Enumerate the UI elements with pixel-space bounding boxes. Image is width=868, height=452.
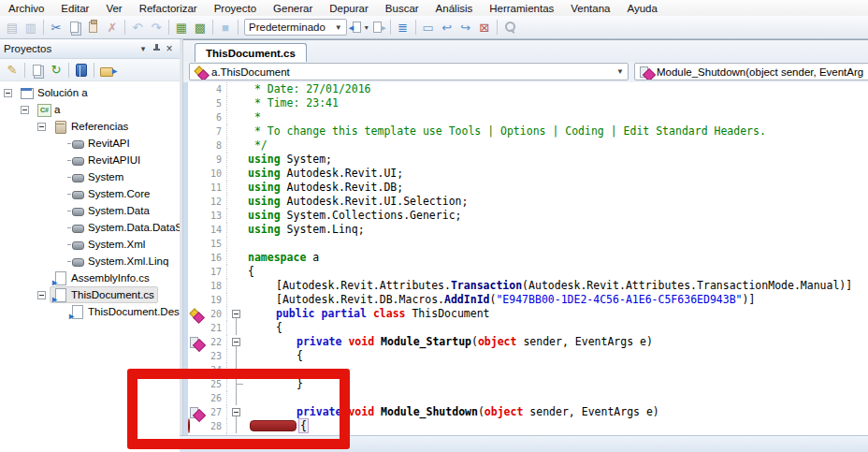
close-icon[interactable]: × [163, 42, 176, 55]
code-line-21[interactable]: 21{ [188, 321, 868, 335]
tree-item-system-xml[interactable]: System.Xml [0, 236, 180, 253]
redo-icon[interactable]: ↷ [147, 19, 166, 36]
nav-forward-icon[interactable] [369, 19, 387, 36]
refresh-icon[interactable]: ↻ [47, 61, 65, 79]
tree-item-solucion-a[interactable]: Solución a [0, 84, 180, 101]
tree-item-system-xml-linq[interactable]: System.Xml.Linq [0, 253, 180, 270]
toggle-breakpoint-icon[interactable]: ▭ [419, 19, 438, 36]
bookmark-clear-icon[interactable]: ⊠ [475, 19, 494, 36]
fold-margin[interactable] [227, 265, 245, 279]
tab-thisdocument[interactable]: ThisDocument.cs [195, 43, 307, 63]
code-line-17[interactable]: 17{ [188, 265, 868, 279]
fold-margin[interactable] [227, 335, 245, 349]
code-line-15[interactable]: 15 [188, 237, 868, 251]
pin-icon[interactable] [150, 43, 163, 55]
save-icon[interactable]: ▤ [3, 19, 22, 36]
code-line-16[interactable]: 16namespace a [188, 251, 868, 265]
code-line-14[interactable]: 14using System.Linq; [188, 223, 868, 237]
fold-margin[interactable] [227, 237, 245, 251]
icon-margin[interactable] [188, 237, 204, 251]
search-icon[interactable] [500, 19, 519, 36]
code-line-5[interactable]: 5 * Time: 23:41 [188, 96, 868, 110]
icon-margin[interactable] [188, 321, 204, 335]
fold-margin[interactable] [227, 110, 245, 124]
icon-margin[interactable] [188, 96, 204, 110]
icon-margin[interactable] [188, 124, 204, 139]
build-config-combo[interactable]: Predeterminado▼ [244, 19, 347, 36]
code-line-13[interactable]: 13using System.Collections.Generic; [188, 209, 868, 223]
code-line-4[interactable]: 4 * Date: 27/01/2016 [188, 82, 868, 96]
fold-margin[interactable] [227, 153, 245, 167]
icon-margin[interactable] [188, 293, 204, 307]
open-folder-icon[interactable] [97, 61, 116, 79]
fold-margin[interactable] [227, 223, 245, 237]
menu-generar[interactable]: Generar [265, 2, 321, 15]
undo-icon[interactable]: ↶ [128, 19, 147, 36]
fold-margin[interactable] [227, 293, 245, 307]
code-line-8[interactable]: 8 */ [188, 139, 868, 153]
icon-margin[interactable] [188, 349, 204, 363]
fold-margin[interactable] [227, 349, 245, 363]
fold-collapse-icon[interactable] [232, 310, 240, 318]
fold-margin[interactable] [227, 209, 245, 223]
menu-ver[interactable]: Ver [97, 2, 130, 15]
icon-margin[interactable] [188, 307, 204, 321]
book-icon[interactable] [72, 61, 91, 79]
icon-margin[interactable] [188, 167, 204, 181]
code-line-11[interactable]: 11using Autodesk.Revit.DB; [188, 181, 868, 195]
icon-margin[interactable] [188, 265, 204, 279]
expander-icon[interactable] [4, 89, 12, 97]
member-selector-combo[interactable]: Module_Shutdown(object sender, EventArg [634, 63, 868, 80]
menu-herramientas[interactable]: Herramientas [481, 2, 562, 15]
copy-icon[interactable] [65, 19, 84, 36]
code-line-23[interactable]: 23{ [188, 349, 868, 363]
fold-margin[interactable] [227, 195, 245, 209]
save-all-icon[interactable]: ▥ [22, 19, 40, 36]
fold-margin[interactable] [227, 321, 245, 335]
fold-margin[interactable] [227, 181, 245, 195]
chevron-down-icon[interactable]: ▼ [611, 67, 624, 76]
menu-buscar[interactable]: Buscar [377, 2, 427, 15]
copy-file-icon[interactable] [28, 61, 47, 79]
menu-ayuda[interactable]: Ayuda [619, 2, 666, 15]
tree-item-referencias[interactable]: Referencias [0, 118, 180, 135]
build-icon[interactable]: ▦ [172, 19, 191, 36]
fold-margin[interactable] [227, 124, 245, 139]
tree-item-a[interactable]: a [0, 101, 180, 118]
code-line-12[interactable]: 12using Autodesk.Revit.UI.Selection; [188, 195, 868, 209]
menu-analisis[interactable]: Análisis [427, 2, 482, 15]
menu-proyecto[interactable]: Proyecto [206, 2, 265, 15]
icon-margin[interactable] [188, 110, 204, 124]
tree-item-system-data[interactable]: System.Data [0, 202, 180, 219]
menu-archivo[interactable]: Archivo [0, 2, 52, 15]
code-line-9[interactable]: 9using System; [188, 153, 868, 167]
expander-icon[interactable] [37, 291, 46, 299]
nav-back-icon[interactable]: ▾ [350, 19, 369, 36]
fold-collapse-icon[interactable] [232, 338, 240, 346]
code-line-18[interactable]: 18[Autodesk.Revit.Attributes.Transaction… [188, 279, 868, 293]
run-icon[interactable]: ■ [216, 19, 235, 36]
icon-margin[interactable] [188, 153, 204, 167]
tree-item-thisdocument-des[interactable]: ThisDocument.Des [0, 303, 180, 320]
expander-icon[interactable] [37, 123, 46, 131]
delete-icon[interactable]: ✗ [103, 19, 122, 36]
tree-item-system[interactable]: System [0, 168, 180, 185]
bookmark-next-icon[interactable]: ↪ [456, 19, 475, 36]
icon-margin[interactable] [188, 223, 204, 237]
code-line-6[interactable]: 6 * [188, 110, 868, 124]
cut-icon[interactable]: ✂ [47, 19, 65, 36]
window-menu-caret-icon[interactable]: ▾ [137, 44, 150, 53]
indent-icon[interactable]: ≣ [394, 19, 412, 36]
code-line-10[interactable]: 10using Autodesk.Revit.UI; [188, 167, 868, 181]
tree-item-thisdocument-cs[interactable]: ThisDocument.cs [0, 286, 180, 303]
code-line-20[interactable]: 20public partial class ThisDocument [188, 307, 868, 321]
menu-ventana[interactable]: Ventana [562, 2, 618, 15]
fold-margin[interactable] [227, 167, 245, 181]
fold-margin[interactable] [227, 96, 245, 110]
icon-margin[interactable] [188, 209, 204, 223]
menu-refactorizar[interactable]: Refactorizar [131, 2, 206, 15]
tree-item-system-data-datas[interactable]: System.Data.DataS [0, 219, 180, 236]
fold-margin[interactable] [227, 279, 245, 293]
fold-margin[interactable] [227, 307, 245, 321]
code-line-22[interactable]: 22private void Module_Startup(object sen… [188, 335, 868, 349]
